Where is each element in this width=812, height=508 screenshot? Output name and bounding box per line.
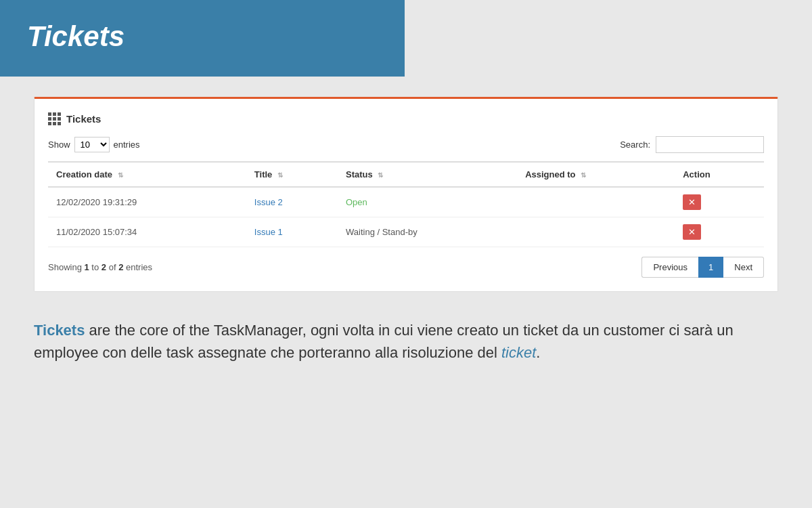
showing-entries-label: entries	[126, 262, 152, 272]
cell-action: ✕	[675, 217, 764, 247]
entries-label: entries	[114, 140, 140, 150]
header-banner: Tickets	[0, 0, 405, 77]
table-controls: Show 10 25 50 100 entries Search:	[48, 136, 764, 153]
card-title-text: Tickets	[66, 113, 101, 125]
page-title: Tickets	[27, 20, 378, 53]
show-label: Show	[48, 140, 70, 150]
desc-part4: .	[536, 344, 540, 361]
col-creation-date[interactable]: Creation date ⇅	[48, 162, 246, 187]
col-title[interactable]: Title ⇅	[246, 162, 338, 187]
pagination-row: Showing 1 to 2 of 2 entries Previous 1 N…	[48, 257, 764, 278]
sort-arrows-assigned: ⇅	[581, 171, 586, 179]
data-table: Creation date ⇅ Title ⇅ Status ⇅ Assigne…	[48, 161, 764, 247]
entries-select[interactable]: 10 25 50 100	[74, 137, 110, 152]
grid-icon	[48, 112, 61, 125]
cell-title: Issue 1	[246, 217, 338, 247]
col-assigned-to[interactable]: Assigned to ⇅	[517, 162, 675, 187]
table-row: 11/02/2020 15:07:34Issue 1Waiting / Stan…	[48, 217, 764, 247]
cell-title: Issue 2	[246, 187, 338, 217]
table-card: Tickets Show 10 25 50 100 entries Search…	[34, 97, 778, 292]
showing-of-label: of	[109, 262, 116, 272]
search-row: Search:	[620, 136, 764, 153]
showing-from: 1	[85, 262, 89, 272]
search-label: Search:	[620, 140, 650, 150]
sort-arrows-date: ⇅	[118, 171, 123, 179]
delete-button[interactable]: ✕	[683, 194, 701, 210]
next-button[interactable]: Next	[723, 257, 764, 278]
desc-part2: are the core of the TaskManager, ogni vo…	[34, 322, 734, 361]
showing-total: 2	[118, 262, 123, 272]
desc-ticket-italic: ticket	[501, 344, 536, 361]
cell-status: Waiting / Stand-by	[338, 217, 517, 247]
col-status[interactable]: Status ⇅	[338, 162, 517, 187]
main-content: Tickets Show 10 25 50 100 entries Search…	[0, 77, 812, 384]
showing-to-label: to	[91, 262, 99, 272]
show-entries: Show 10 25 50 100 entries	[48, 137, 140, 152]
desc-tickets-bold: Tickets	[34, 322, 85, 339]
col-action: Action	[675, 162, 764, 187]
description-text: Tickets are the core of the TaskManager,…	[34, 319, 765, 364]
card-title: Tickets	[48, 112, 764, 125]
cell-status: Open	[338, 187, 517, 217]
cell-assigned-to	[517, 217, 675, 247]
pagination-buttons: Previous 1 Next	[641, 257, 764, 278]
cell-creation-date: 11/02/2020 15:07:34	[48, 217, 246, 247]
sort-arrows-status: ⇅	[378, 171, 383, 179]
delete-button[interactable]: ✕	[683, 224, 701, 240]
cell-action: ✕	[675, 187, 764, 217]
page-1-button[interactable]: 1	[698, 257, 723, 278]
sort-arrows-title: ⇅	[277, 171, 283, 179]
previous-button[interactable]: Previous	[641, 257, 698, 278]
cell-assigned-to	[517, 187, 675, 217]
showing-text: Showing 1 to 2 of 2 entries	[48, 262, 152, 272]
showing-to: 2	[102, 262, 106, 272]
showing-label: Showing	[48, 262, 82, 272]
cell-creation-date: 12/02/2020 19:31:29	[48, 187, 246, 217]
table-row: 12/02/2020 19:31:29Issue 2Open✕	[48, 187, 764, 217]
table-header-row: Creation date ⇅ Title ⇅ Status ⇅ Assigne…	[48, 162, 764, 187]
search-input[interactable]	[656, 136, 764, 153]
